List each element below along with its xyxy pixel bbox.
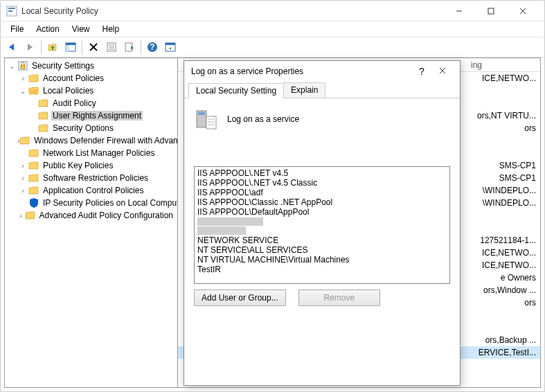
folder-icon (38, 110, 49, 121)
app-icon (6, 6, 17, 17)
dialog-close-button[interactable] (432, 66, 453, 76)
principal-row[interactable]: IIS APPPOOL\.NET v4.5 Classic (197, 178, 447, 188)
menu-file[interactable]: File (5, 23, 29, 35)
security-settings-icon (17, 60, 28, 71)
tree-pane[interactable]: ⌄ Security Settings › Account Policies ⌄… (5, 58, 178, 387)
expand-icon[interactable]: › (17, 175, 28, 182)
shield-icon (28, 197, 39, 208)
folder-icon (28, 73, 39, 84)
help-button[interactable]: ? (144, 39, 161, 55)
principal-row[interactable]: TestIR (197, 265, 447, 274)
svg-rect-25 (198, 112, 205, 115)
expand-icon[interactable]: › (17, 187, 28, 195)
folder-icon (25, 210, 36, 221)
collapse-icon[interactable]: ⌄ (6, 62, 17, 70)
menu-view[interactable]: View (66, 23, 96, 35)
maximize-button[interactable] (475, 1, 507, 21)
toolbar: ? (1, 37, 544, 57)
collapse-icon[interactable]: ⌄ (17, 87, 28, 95)
properties-dialog: Log on as a service Properties ? Local S… (184, 60, 461, 386)
close-button[interactable] (507, 1, 539, 21)
tree-acp[interactable]: › Application Control Policies (5, 184, 177, 197)
folder-icon (19, 135, 30, 146)
tree-audit-policy[interactable]: Audit Policy (5, 97, 177, 109)
up-button[interactable] (44, 39, 61, 55)
tree-local-policies[interactable]: ⌄ Local Policies (5, 84, 177, 97)
tree-srp[interactable]: › Software Restriction Policies (5, 172, 177, 184)
tree-account-policies[interactable]: › Account Policies (5, 72, 177, 84)
principal-row[interactable]: IIS APPPOOL\.NET v4.5 (197, 168, 447, 178)
dialog-body: Log on as a service IIS APPPOOL\.NET v4.… (184, 98, 460, 385)
delete-button[interactable] (85, 39, 102, 55)
menu-action[interactable]: Action (30, 23, 64, 35)
expand-icon[interactable]: › (17, 75, 28, 82)
folder-icon (38, 98, 49, 109)
folder-icon (28, 185, 39, 196)
tree-pkp[interactable]: › Public Key Policies (5, 159, 177, 172)
principal-row[interactable]: IIS APPPOOL\Classic .NET AppPool (197, 197, 447, 207)
principal-row[interactable]: NETWORK SERVICE (197, 235, 447, 245)
principal-row[interactable]: IIS APPPOOL\adf (197, 188, 447, 197)
svg-rect-1 (8, 8, 15, 9)
principal-row[interactable]: NT SERVICE\ALL SERVICES (197, 245, 447, 255)
show-hide-tree-button[interactable] (62, 39, 79, 55)
list-column-2: ing (471, 60, 540, 70)
svg-rect-8 (66, 43, 75, 45)
tree-user-rights-assignment[interactable]: User Rights Assignment (5, 109, 177, 122)
menu-help[interactable]: Help (97, 23, 125, 35)
expand-icon[interactable]: › (17, 162, 28, 170)
tree-ipsp[interactable]: IP Security Policies on Local Computer (5, 197, 177, 209)
tab-explain[interactable]: Explain (283, 82, 325, 98)
svg-rect-4 (488, 8, 494, 14)
folder-icon (38, 123, 49, 134)
principal-row[interactable]: NT VIRTUAL MACHINE\Virtual Machines (197, 255, 447, 265)
forward-button[interactable] (21, 39, 38, 55)
principals-listbox[interactable]: IIS APPPOOL\.NET v4.5IIS APPPOOL\.NET v4… (194, 166, 450, 284)
dialog-help-button[interactable]: ? (411, 66, 432, 77)
properties-button[interactable] (103, 39, 120, 55)
folder-icon (28, 148, 39, 159)
tree-security-options[interactable]: Security Options (5, 122, 177, 134)
window-title: Local Security Policy (21, 6, 443, 16)
minimize-button[interactable] (443, 1, 475, 21)
titlebar: Local Security Policy (1, 1, 544, 21)
dialog-title: Log on as a service Properties (191, 66, 411, 76)
policy-icon (194, 107, 219, 132)
menu-bar: File Action View Help (1, 21, 544, 37)
expand-icon[interactable]: › (17, 212, 25, 220)
svg-rect-9 (66, 45, 69, 51)
tree-root[interactable]: ⌄ Security Settings (5, 60, 177, 72)
dialog-titlebar: Log on as a service Properties ? (184, 61, 460, 82)
redacted-principal[interactable] (197, 226, 246, 235)
tree-selected-label: User Rights Assignment (51, 111, 143, 121)
svg-rect-2 (8, 10, 12, 12)
svg-rect-26 (206, 116, 216, 129)
folder-open-icon (28, 85, 39, 96)
remove-button[interactable]: Remove (298, 289, 380, 306)
folder-icon (28, 172, 39, 184)
tree-aapc[interactable]: › Advanced Audit Policy Configuration (5, 209, 177, 222)
tree-root-label: Security Settings (30, 61, 96, 71)
svg-text:?: ? (150, 42, 154, 52)
dialog-tabs: Local Security Setting Explain (184, 82, 460, 98)
folder-icon (28, 160, 39, 171)
tab-local-security-setting[interactable]: Local Security Setting (188, 83, 284, 98)
export-list-button[interactable] (121, 39, 138, 55)
svg-rect-20 (166, 43, 175, 45)
refresh-button[interactable] (162, 39, 179, 55)
add-user-or-group-button[interactable]: Add User or Group... (194, 289, 286, 306)
principal-row[interactable]: IIS APPPOOL\DefaultAppPool (197, 207, 447, 217)
tree-wdf[interactable]: › Windows Defender Firewall with Advance… (5, 134, 177, 147)
policy-name-label: Log on as a service (227, 114, 299, 124)
tree-nlmp[interactable]: Network List Manager Policies (5, 147, 177, 159)
redacted-principal[interactable] (197, 217, 263, 226)
back-button[interactable] (3, 39, 20, 55)
